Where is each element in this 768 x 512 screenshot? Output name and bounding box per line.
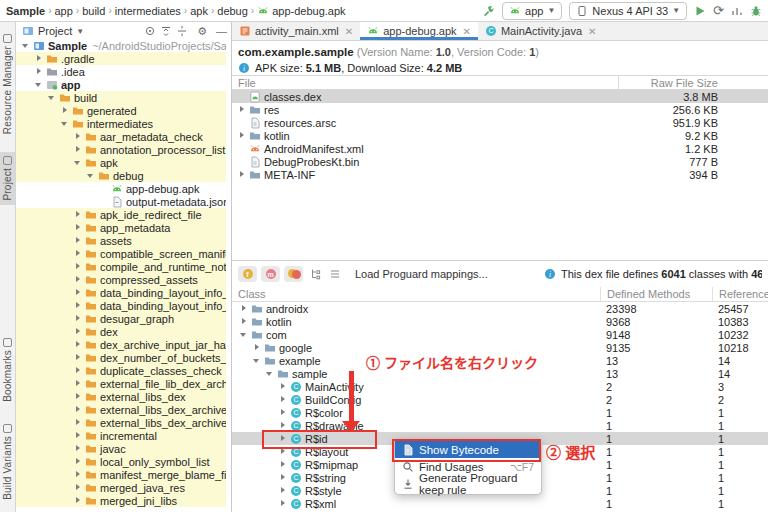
project-tree-item-external-file-lib-dex-archives[interactable]: external_file_lib_dex_archives [16,377,226,390]
file-row-resources-arsc[interactable]: resources.arsc951.9 KB [232,116,768,129]
chevron-down-icon[interactable] [61,119,70,128]
chevron-right-icon[interactable] [74,288,83,297]
class-row-buildconfig[interactable]: CBuildConfig22 [232,393,768,406]
class-row-r-color[interactable]: CR$color11 [232,406,768,419]
chevron-down-icon[interactable] [35,80,44,89]
menu-item-generate-proguard-keep-rule[interactable]: Generate Proguard keep rule [395,475,541,492]
project-tree-item-compile-and-runtime-not-namesp[interactable]: compile_and_runtime_not_namesp [16,260,226,273]
chevron-right-icon[interactable] [35,54,44,63]
project-tree-item-compressed-assets[interactable]: compressed_assets [16,273,226,286]
debug-icon[interactable] [750,5,762,17]
project-tree-item-compatible-screen-manifest[interactable]: compatible_screen_manifest [16,247,226,260]
chevron-right-icon[interactable] [74,301,83,310]
chevron-right-icon[interactable] [253,343,262,352]
chevron-down-icon[interactable] [87,171,96,180]
chevron-down-icon[interactable] [22,41,31,50]
chevron-right-icon[interactable] [240,304,249,313]
chevron-right-icon[interactable] [74,262,83,271]
chevron-right-icon[interactable] [238,105,247,114]
project-tree-item-duplicate-classes-check[interactable]: duplicate_classes_check [16,364,226,377]
breadcrumb-item-debug[interactable]: debug [217,5,248,17]
chevron-right-icon[interactable] [74,145,83,154]
methods-filter-toggle[interactable]: m [261,266,280,282]
close-icon[interactable]: ✕ [463,26,471,37]
tool-strip-item-build-variants[interactable]: Build Variants [0,420,15,504]
settings-icon[interactable]: ⚙ [197,25,207,38]
tab-activity-main-xml[interactable]: activity_main.xml✕ [232,22,360,40]
breadcrumb-item-file[interactable]: app-debug.apk [272,5,345,17]
project-tree-item-gradle[interactable]: .gradle [16,52,226,65]
project-tree-item-annotation-processor-list[interactable]: annotation_processor_list [16,143,226,156]
device-select[interactable]: Nexus 4 API 33 ▼ [569,2,687,20]
chevron-right-icon[interactable] [238,170,247,179]
project-tree-item-javac[interactable]: javac [16,442,226,455]
project-tree-item-sample[interactable]: Sample~/AndroidStudioProjects/Sample [16,39,226,52]
file-row-res[interactable]: res256.6 KB [232,103,768,116]
class-row-r-xml[interactable]: CR$xml11 [232,497,768,510]
chevron-right-icon[interactable] [74,275,83,284]
breadcrumb-item-app[interactable]: app [54,5,72,17]
run-config-select[interactable]: app ▼ [502,2,562,20]
profiler-icon[interactable] [731,5,743,17]
project-tree-item-app-debug-apk[interactable]: app-debug.apk [16,182,226,195]
chevron-right-icon[interactable] [74,457,83,466]
chevron-down-icon[interactable] [240,330,249,339]
chevron-right-icon[interactable] [74,379,83,388]
chevron-right-icon[interactable] [61,106,70,115]
chevron-right-icon[interactable] [279,382,288,391]
chevron-down-icon[interactable]: ▼ [76,27,84,36]
project-tree-item-desugar-graph[interactable]: desugar_graph [16,312,226,325]
chevron-down-icon[interactable] [48,93,57,102]
chevron-right-icon[interactable] [35,67,44,76]
project-tree-item-output-metadata-json[interactable]: output-metadata.json [16,195,226,208]
class-row-kotlin[interactable]: kotlin936810383 [232,315,768,328]
flatten-tree-icon[interactable] [329,268,341,280]
file-row-classes-dex[interactable]: classes.dex3.8 MB [232,90,768,103]
chevron-right-icon[interactable] [74,431,83,440]
project-tree-item-app[interactable]: app [16,78,226,91]
project-tree-item-dex-archive-input-jar-hashes[interactable]: dex_archive_input_jar_hashes [16,338,226,351]
chevron-right-icon[interactable] [74,327,83,336]
tool-strip-item-resource-manager[interactable]: Resource Manager [0,30,15,138]
fields-filter-toggle[interactable]: f [238,266,257,282]
rerun-icon[interactable]: ⟳ [713,5,724,17]
project-tree-item-intermediates[interactable]: intermediates [16,117,226,130]
chevron-right-icon[interactable] [74,132,83,141]
project-tree-item-idea[interactable]: .idea [16,65,226,78]
project-panel-title[interactable]: Project [38,25,72,37]
project-tree-item-external-libs-dex-archive[interactable]: external_libs_dex_archive [16,403,226,416]
references-filter-toggle[interactable] [284,266,303,282]
project-tree-item-generated[interactable]: generated [16,104,226,117]
chevron-right-icon[interactable] [238,131,247,140]
chevron-right-icon[interactable] [279,473,288,482]
chevron-right-icon[interactable] [74,314,83,323]
chevron-right-icon[interactable] [74,223,83,232]
file-row-meta-inf[interactable]: META-INF394 B [232,168,768,181]
build-icon[interactable] [483,5,495,17]
project-tree-item-build[interactable]: build [16,91,226,104]
chevron-right-icon[interactable] [74,210,83,219]
chevron-right-icon[interactable] [74,483,83,492]
project-tree-item-debug[interactable]: debug [16,169,226,182]
project-tree-item-local-only-symbol-list[interactable]: local_only_symbol_list [16,455,226,468]
close-icon[interactable]: ✕ [345,26,353,37]
class-row-com[interactable]: com914810232 [232,328,768,341]
project-tree-item-external-libs-dex[interactable]: external_libs_dex [16,390,226,403]
chevron-right-icon[interactable] [279,408,288,417]
file-row-kotlin[interactable]: kotlin9.2 KB [232,129,768,142]
project-tree-item-app-metadata[interactable]: app_metadata [16,221,226,234]
chevron-right-icon[interactable] [279,486,288,495]
chevron-right-icon[interactable] [74,392,83,401]
chevron-down-icon[interactable] [266,369,275,378]
project-tree-item-manifest-merge-blame-file[interactable]: manifest_merge_blame_file [16,468,226,481]
project-tree-item-incremental[interactable]: incremental [16,429,226,442]
chevron-right-icon[interactable] [74,496,83,505]
chevron-right-icon[interactable] [74,418,83,427]
project-tree-item-merged-jni-libs[interactable]: merged_jni_libs [16,494,226,507]
class-row-mainactivity[interactable]: CMainActivity23 [232,380,768,393]
hide-panel-icon[interactable]: — [216,25,227,37]
tool-strip-item-project[interactable]: Project [0,152,15,205]
chevron-right-icon[interactable] [279,421,288,430]
breadcrumb-item-build[interactable]: build [82,5,105,17]
tool-strip-item-bookmarks[interactable]: Bookmarks [0,334,15,406]
